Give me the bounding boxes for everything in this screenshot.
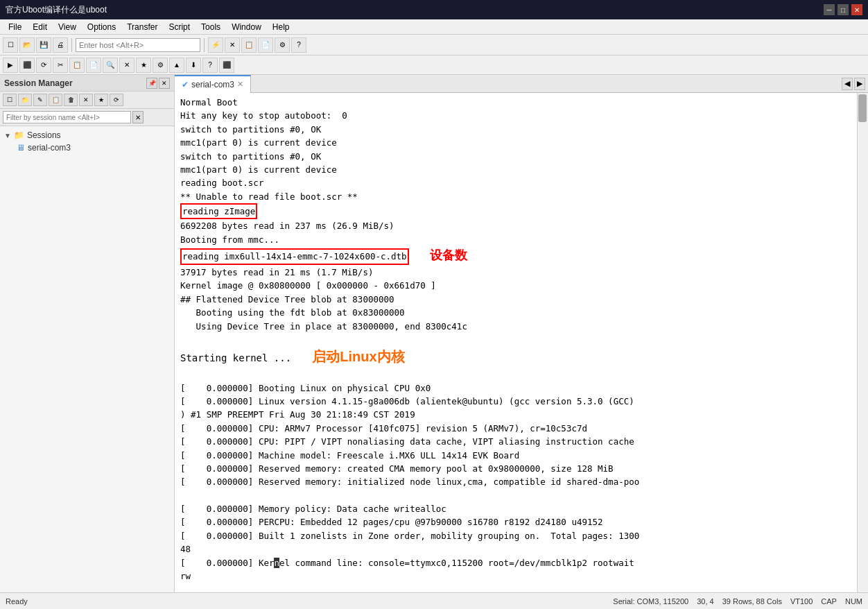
tb2-btn7[interactable]: 🔍 — [103, 58, 118, 73]
tab-next-button[interactable]: ▶ — [854, 78, 865, 90]
session-manager-title: Session Manager — [4, 78, 73, 88]
tb2-btn2[interactable]: ⬛ — [19, 58, 35, 73]
status-ready: Ready — [6, 597, 28, 606]
menu-tools[interactable]: Tools — [196, 21, 226, 33]
sess-tb-settings[interactable]: ★ — [94, 94, 108, 106]
status-serial: Serial: COM3, 115200 — [613, 597, 688, 606]
menu-transfer[interactable]: Transfer — [121, 21, 163, 33]
tb2-btn10[interactable]: ⚙ — [153, 58, 168, 73]
status-vt: VT100 — [790, 597, 813, 606]
terminal-content[interactable]: Normal Boot Hit any key to stop autoboot… — [175, 93, 868, 592]
minimize-button[interactable]: ─ — [824, 4, 835, 15]
tab-label: serial-com3 — [191, 80, 234, 89]
tab-serial-com3[interactable]: ✔ serial-com3 ✕ — [175, 75, 251, 93]
sess-tb-new[interactable]: ☐ — [3, 94, 17, 106]
title-bar-title: 官方Uboot编译什么是uboot — [6, 4, 107, 16]
menu-help[interactable]: Help — [267, 21, 295, 33]
tb2-btn9[interactable]: ★ — [136, 58, 151, 73]
annotation-device: 设备数 — [430, 248, 467, 262]
status-position: 30, 4 — [697, 597, 713, 606]
session-tree: ▼ 📁 Sessions 🖥 serial-com3 — [0, 126, 174, 592]
computer-icon: 🖥 — [17, 143, 25, 153]
terminal-area: ✔ serial-com3 ✕ ◀ ▶ Normal Boot Hit any … — [175, 75, 868, 592]
tab-nav: ◀ ▶ — [842, 78, 868, 90]
session-header: Session Manager 📌 ✕ — [0, 75, 174, 92]
status-bar: Ready Serial: COM3, 115200 30, 4 39 Rows… — [0, 592, 868, 609]
sessions-group-label[interactable]: ▼ 📁 Sessions — [3, 129, 171, 141]
session-header-buttons: 📌 ✕ — [146, 78, 170, 89]
menu-file[interactable]: File — [3, 21, 27, 33]
expand-icon: ▼ — [4, 132, 11, 139]
tab-close-icon[interactable]: ✕ — [237, 80, 243, 89]
scrollbar-track[interactable] — [857, 93, 868, 592]
sess-tb-connect[interactable]: ✕ — [79, 94, 93, 106]
session-toolbar: ☐ 📁 ✎ 📋 🗑 ✕ ★ ⟳ — [0, 92, 174, 109]
session-close-button[interactable]: ✕ — [159, 78, 170, 89]
maximize-button[interactable]: □ — [837, 4, 849, 15]
sessions-folder-icon: 📁 — [14, 130, 24, 140]
tb-paste[interactable]: 📄 — [258, 37, 273, 53]
session-pin-button[interactable]: 📌 — [146, 78, 157, 89]
tb-settings[interactable]: ⚙ — [275, 37, 290, 53]
line-normal-boot: Normal Boot Hit any key to stop autoboot… — [180, 97, 639, 592]
tb2-btn5[interactable]: 📋 — [69, 58, 85, 73]
tb2-btn1[interactable]: ▶ — [3, 58, 18, 73]
sess-tb-refresh[interactable]: ⟳ — [110, 94, 123, 106]
highlight-dtb: reading imx6ull-14x14-emmc-7-1024x600-c.… — [180, 248, 409, 264]
close-button[interactable]: ✕ — [851, 4, 862, 15]
tb-help[interactable]: ? — [291, 37, 306, 53]
status-rowscols: 39 Rows, 88 Cols — [722, 597, 782, 606]
menu-script[interactable]: Script — [163, 21, 196, 33]
status-cap: CAP — [821, 597, 837, 606]
tb2-btn4[interactable]: ✂ — [53, 58, 68, 73]
tb-copy[interactable]: 📋 — [241, 37, 257, 53]
sep1 — [71, 38, 72, 52]
menu-view[interactable]: View — [53, 21, 82, 33]
terminal-text: Normal Boot Hit any key to stop autoboot… — [180, 96, 862, 592]
filter-input[interactable] — [3, 111, 131, 123]
tb2-btn6[interactable]: 📄 — [86, 58, 101, 73]
menu-bar: File Edit View Options Transfer Script T… — [0, 19, 868, 35]
main: Session Manager 📌 ✕ ☐ 📁 ✎ 📋 🗑 ✕ ★ ⟳ ✕ ▼ — [0, 75, 868, 592]
tb-disconnect[interactable]: ✕ — [225, 37, 240, 53]
tab-prev-button[interactable]: ◀ — [842, 78, 853, 90]
status-bar-right: Serial: COM3, 115200 30, 4 39 Rows, 88 C… — [613, 597, 862, 606]
filter-close-button[interactable]: ✕ — [132, 111, 144, 123]
sessions-label: Sessions — [27, 130, 61, 140]
sess-tb-edit[interactable]: ✎ — [33, 94, 47, 106]
status-num: NUM — [845, 597, 862, 606]
highlight-zimage: reading zImage — [180, 203, 257, 219]
toolbar: ☐ 📂 💾 🖨 ⚡ ✕ 📋 📄 ⚙ ? — [0, 35, 868, 55]
tab-bar: ✔ serial-com3 ✕ ◀ ▶ — [175, 75, 868, 93]
session-item-label: serial-com3 — [28, 143, 71, 153]
filter-bar: ✕ — [0, 109, 174, 126]
annotation-kernel: 启动Linux内核 — [312, 349, 404, 364]
sep2 — [204, 38, 205, 52]
sess-tb-copy[interactable]: 📋 — [49, 94, 62, 106]
tb-new-session[interactable]: ☐ — [3, 37, 18, 53]
scrollbar-thumb[interactable] — [858, 94, 867, 122]
tb2-btn11[interactable]: ▲ — [169, 58, 184, 73]
tb2-btn8[interactable]: ✕ — [119, 58, 134, 73]
session-item-serial-com3[interactable]: 🖥 serial-com3 — [3, 141, 171, 154]
menu-edit[interactable]: Edit — [27, 21, 53, 33]
tb2-btn14[interactable]: ⬛ — [219, 58, 234, 73]
tb-print[interactable]: 🖨 — [53, 37, 68, 53]
menu-window[interactable]: Window — [226, 21, 267, 33]
title-bar-controls: ─ □ ✕ — [824, 4, 862, 15]
tb2-btn13[interactable]: ? — [202, 58, 218, 73]
tb2-btn12[interactable]: ⬇ — [186, 58, 201, 73]
menu-options[interactable]: Options — [82, 21, 121, 33]
session-panel: Session Manager 📌 ✕ ☐ 📁 ✎ 📋 🗑 ✕ ★ ⟳ ✕ ▼ — [0, 75, 175, 592]
tb-open[interactable]: 📂 — [19, 37, 35, 53]
sess-tb-delete[interactable]: 🗑 — [64, 94, 78, 106]
title-bar: 官方Uboot编译什么是uboot ─ □ ✕ — [0, 0, 868, 19]
tb2-btn3[interactable]: ⟳ — [36, 58, 51, 73]
sessions-group: ▼ 📁 Sessions 🖥 serial-com3 — [3, 129, 171, 154]
toolbar2: ▶ ⬛ ⟳ ✂ 📋 📄 🔍 ✕ ★ ⚙ ▲ ⬇ ? ⬛ — [0, 55, 868, 75]
tb-save[interactable]: 💾 — [36, 37, 51, 53]
tb-connect[interactable]: ⚡ — [208, 37, 223, 53]
host-input[interactable] — [76, 38, 200, 52]
sess-tb-folder[interactable]: 📁 — [18, 94, 32, 106]
